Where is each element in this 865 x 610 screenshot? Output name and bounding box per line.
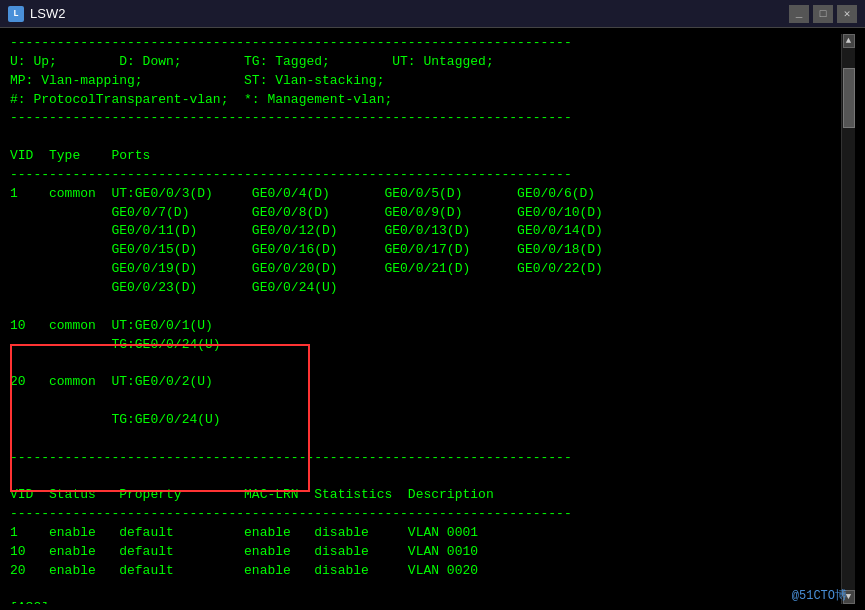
scroll-up-button[interactable]: ▲ xyxy=(843,34,855,48)
title-bar-left: L LSW2 xyxy=(8,6,65,22)
minimize-button[interactable]: _ xyxy=(789,5,809,23)
maximize-button[interactable]: □ xyxy=(813,5,833,23)
watermark: @51CTO博 xyxy=(792,587,847,604)
scrollbar-thumb[interactable] xyxy=(843,68,855,128)
scrollbar[interactable]: ▲ ▼ xyxy=(841,34,855,604)
terminal-window: ----------------------------------------… xyxy=(0,28,865,610)
app-icon: L xyxy=(8,6,24,22)
window-controls: _ □ ✕ xyxy=(789,5,857,23)
close-button[interactable]: ✕ xyxy=(837,5,857,23)
window-title: LSW2 xyxy=(30,6,65,21)
title-bar: L LSW2 _ □ ✕ xyxy=(0,0,865,28)
terminal-content[interactable]: ----------------------------------------… xyxy=(10,34,841,604)
